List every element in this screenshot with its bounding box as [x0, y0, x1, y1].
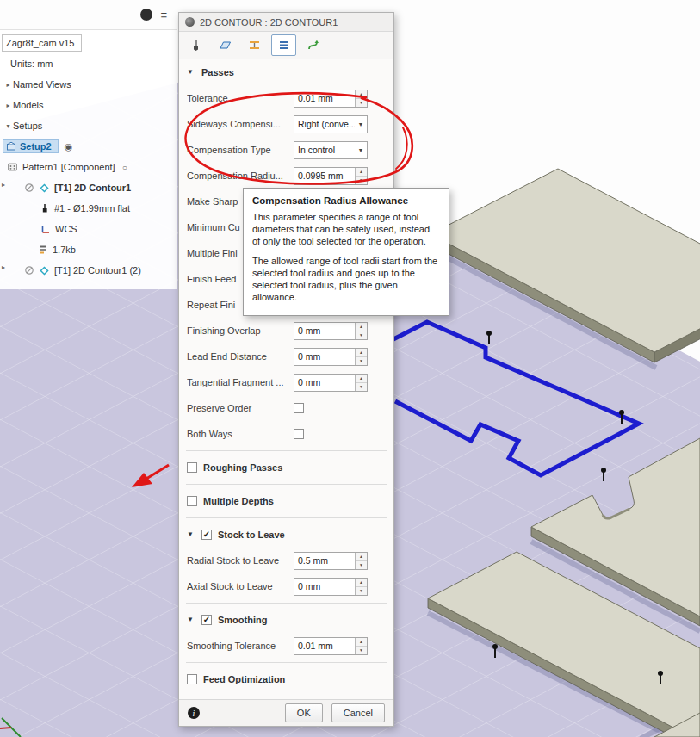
browser-menu-icon[interactable]: ≡ — [160, 9, 167, 21]
collapse-icon[interactable]: ▼ — [187, 69, 195, 76]
tangential-fragment-value[interactable]: 0 mm — [294, 377, 355, 387]
units-label: Units: mm — [10, 59, 53, 69]
cancel-button[interactable]: Cancel — [331, 703, 385, 722]
setup-icon — [6, 141, 16, 152]
dialog-title-bar[interactable]: 2D CONTOUR : 2D CONTOUR1 — [179, 13, 393, 32]
tree-item-tool1[interactable]: #1 - Ø1.99mm flat — [0, 198, 177, 219]
row-tangential-fragment: Tangential Fragment ... 0 mm ▲▼ — [179, 369, 393, 395]
document-name[interactable]: Zagr8f_cam v15 — [2, 34, 82, 52]
tolerance-spinner[interactable]: 0.01 mm ▲▼ — [294, 90, 368, 108]
info-icon[interactable]: i — [188, 707, 200, 719]
finishing-overlap-value[interactable]: 0 mm — [294, 325, 355, 336]
spinner-buttons[interactable]: ▲▼ — [355, 638, 367, 654]
tree-item-wcs[interactable]: WCS — [0, 219, 177, 239]
tab-geometry[interactable] — [213, 34, 238, 56]
both-ways-checkbox[interactable] — [294, 429, 304, 439]
axial-stock-spinner[interactable]: 0 mm ▲▼ — [294, 578, 368, 596]
expand-icon[interactable]: ▸ — [2, 263, 5, 271]
smoothing-tolerance-value[interactable]: 0.01 mm — [294, 641, 355, 651]
spinner-buttons[interactable]: ▲▼ — [355, 349, 367, 365]
finishing-overlap-label: Finishing Overlap — [187, 325, 294, 336]
visibility-icon[interactable] — [24, 265, 34, 276]
spinner-buttons[interactable]: ▲▼ — [355, 579, 367, 595]
spinner-buttons[interactable]: ▲▼ — [355, 375, 367, 391]
tree-item-setups[interactable]: ▾ Setups — [0, 115, 177, 136]
browser-toolbar: – ≡ — [0, 0, 177, 30]
visibility-icon[interactable] — [24, 183, 34, 193]
row-finishing-overlap: Finishing Overlap 0 mm ▲▼ — [179, 318, 393, 344]
browser-collapse-icon[interactable]: – — [140, 9, 152, 21]
finishing-overlap-spinner[interactable]: 0 mm ▲▼ — [294, 322, 368, 340]
smoothing-tolerance-label: Smoothing Tolerance — [187, 641, 294, 651]
ok-button[interactable]: OK — [285, 703, 323, 722]
tooltip-title: Compensation Radius Allowance — [252, 195, 440, 206]
tree-item-units: Units: mm — [0, 53, 177, 74]
tolerance-label: Tolerance — [187, 93, 294, 103]
divider — [186, 450, 387, 451]
chevron-down-icon[interactable]: ▼ — [355, 121, 367, 127]
collapse-icon[interactable]: ▾ — [3, 122, 13, 130]
active-setup-icon[interactable]: ◉ — [65, 141, 73, 152]
section-multiple-depths[interactable]: Multiple Depths — [179, 488, 393, 514]
tangential-fragment-spinner[interactable]: 0 mm ▲▼ — [294, 374, 368, 392]
collapse-icon[interactable]: ▼ — [187, 616, 195, 623]
operation-diamond-icon — [39, 265, 50, 276]
tree-item-named-views[interactable]: ▸ Named Views — [0, 74, 177, 95]
row-compensation-type: Compensation Type In control ▼ — [179, 137, 393, 163]
row-both-ways: Both Ways — [179, 421, 393, 447]
setup2-selected-row[interactable]: Setup2 — [3, 139, 59, 153]
multiple-depths-checkbox[interactable] — [187, 496, 197, 506]
dialog-tab-strip — [179, 32, 393, 59]
radial-stock-spinner[interactable]: 0.5 mm ▲▼ — [294, 552, 368, 570]
tree-item-models[interactable]: ▸ Models — [0, 95, 177, 115]
radial-stock-value[interactable]: 0.5 mm — [294, 555, 355, 566]
section-smoothing[interactable]: ▼ ✓ Smoothing — [179, 607, 393, 633]
tab-linking[interactable] — [300, 34, 325, 56]
tree-item-size[interactable]: 1.7kb — [0, 239, 177, 260]
wcs-axis-icon — [40, 224, 51, 235]
spinner-buttons[interactable]: ▲▼ — [355, 168, 367, 184]
tooltip-paragraph-1: This parameter specifies a range of tool… — [252, 212, 440, 248]
spinner-buttons[interactable]: ▲▼ — [355, 553, 367, 569]
feed-optimization-checkbox[interactable] — [187, 674, 197, 684]
roughing-passes-label: Roughing Passes — [203, 462, 282, 473]
radial-stock-label: Radial Stock to Leave — [187, 555, 294, 566]
document-name-label: Zagr8f_cam v15 — [6, 38, 74, 48]
selection-marker-icon[interactable]: ▸ — [2, 181, 5, 189]
tree-item-contour1[interactable]: ▸ [T1] 2D Contour1 — [0, 177, 177, 198]
tree-item-contour1-2[interactable]: ▸ [T1] 2D Contour1 (2) — [0, 260, 177, 281]
sideways-compensation-dropdown[interactable]: Right (conve... ▼ — [294, 115, 368, 133]
compensation-type-value: In control — [294, 145, 355, 155]
size-label: 1.7kb — [53, 245, 76, 255]
smoothing-checkbox[interactable]: ✓ — [201, 615, 212, 625]
lead-end-distance-spinner[interactable]: 0 mm ▲▼ — [294, 348, 368, 366]
tab-heights[interactable] — [242, 34, 267, 56]
expand-icon[interactable]: ▸ — [3, 102, 13, 109]
row-preserve-order: Preserve Order — [179, 395, 393, 421]
expand-icon[interactable]: ▸ — [3, 81, 13, 89]
spinner-buttons[interactable]: ▲▼ — [355, 323, 367, 339]
tree-item-pattern1[interactable]: Pattern1 [Component] ○ — [0, 157, 177, 177]
operation-diamond-icon — [39, 183, 50, 194]
pattern-icon — [7, 162, 18, 172]
roughing-passes-checkbox[interactable] — [187, 462, 197, 473]
compensation-radius-value[interactable]: 0.0995 mm — [294, 170, 355, 181]
section-feed-optimization[interactable]: Feed Optimization — [179, 666, 393, 692]
collapse-icon[interactable]: ▼ — [187, 531, 195, 538]
tolerance-value[interactable]: 0.01 mm — [294, 93, 355, 103]
smoothing-tolerance-spinner[interactable]: 0.01 mm ▲▼ — [294, 637, 368, 655]
compensation-type-dropdown[interactable]: In control ▼ — [294, 141, 368, 159]
tree-item-setup2[interactable]: Setup2 ◉ — [0, 136, 177, 157]
axial-stock-value[interactable]: 0 mm — [294, 581, 355, 591]
compensation-radius-spinner[interactable]: 0.0995 mm ▲▼ — [294, 167, 368, 185]
tab-passes[interactable] — [271, 34, 296, 56]
section-roughing-passes[interactable]: Roughing Passes — [179, 455, 393, 480]
section-passes-header[interactable]: ▼ Passes — [179, 59, 393, 85]
stock-to-leave-checkbox[interactable]: ✓ — [201, 530, 212, 540]
preserve-order-checkbox[interactable] — [294, 403, 304, 413]
tab-tool[interactable] — [183, 34, 208, 56]
chevron-down-icon[interactable]: ▼ — [355, 147, 367, 153]
section-stock-to-leave[interactable]: ▼ ✓ Stock to Leave — [179, 522, 393, 548]
spinner-buttons[interactable]: ▲▼ — [355, 90, 367, 107]
lead-end-distance-value[interactable]: 0 mm — [294, 351, 355, 362]
